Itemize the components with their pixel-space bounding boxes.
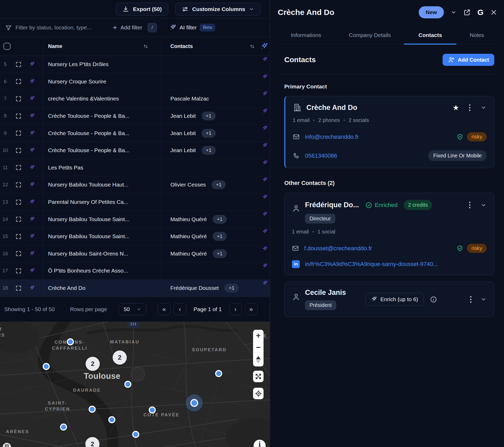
table-row[interactable]: 6 Nursery Croque Sourire [0,73,270,91]
map-fullscreen-button[interactable] [253,371,264,382]
chevron-down-icon[interactable] [480,202,487,208]
next-page-button[interactable]: › [229,303,242,315]
tab-contacts[interactable]: Contacts [417,28,444,44]
contact-linkedin-link[interactable]: in/fr%C3%A9d%C3%A9rique-sarny-dousset-97… [305,261,438,268]
sort-contacts-icon[interactable] [249,44,255,49]
info-icon[interactable] [430,296,437,303]
chevron-down-icon[interactable] [480,104,487,111]
row-enrich-sparkle-icon[interactable] [262,211,268,217]
expand-row-icon[interactable] [15,285,22,291]
expand-row-icon[interactable] [15,95,22,102]
expand-row-icon[interactable] [15,233,22,240]
row-enrich-sparkle-icon[interactable] [262,74,268,80]
map-locate-button[interactable] [253,388,264,399]
table-row[interactable]: 14 Nursery Babilou Toulouse Saint... Mat… [0,211,270,228]
map-marker[interactable] [108,416,116,423]
tab-notes[interactable]: Notes [468,28,486,44]
kebab-menu-icon[interactable] [469,295,472,304]
add-filter-button[interactable]: Add filter [112,24,142,31]
map-marker[interactable] [43,363,50,370]
ai-column-sparkle-icon[interactable] [260,42,268,50]
last-page-button[interactable]: » [245,303,258,315]
select-all-checkbox[interactable] [3,43,10,50]
map-marker[interactable] [149,406,156,413]
customize-columns-button[interactable]: Customize Columns [175,3,261,16]
expand-row-icon[interactable] [15,268,22,274]
expand-row-icon[interactable] [15,182,22,188]
expand-row-icon[interactable] [15,199,22,205]
kebab-menu-icon[interactable] [468,201,471,209]
add-contact-button[interactable]: Add Contact [443,54,494,66]
column-header-name[interactable]: Name [48,43,62,49]
table-row[interactable]: 7 creche Valentins &Valentines Pascale M… [0,90,270,108]
table-row[interactable]: 8 Crèche Toulouse - People & Ba... Jean … [0,108,270,125]
compass-button[interactable] [253,353,264,366]
table-row[interactable]: 10 Crèche Toulouse - People & Ba... Jean… [0,142,270,159]
map-cluster-marker[interactable]: 2 [113,350,127,365]
expand-row-icon[interactable] [15,61,22,68]
map-marker[interactable] [215,370,222,377]
kebab-menu-icon[interactable] [468,103,471,112]
primary-email-link[interactable]: info@crecheanddo.fr [305,134,359,140]
map-cluster-marker[interactable]: 2 [86,357,100,371]
export-button[interactable]: Export (50) [116,3,168,16]
first-page-button[interactable]: « [158,303,170,315]
row-enrich-sparkle-icon[interactable] [262,91,268,97]
filter-input[interactable] [15,24,107,31]
row-enrich-sparkle-icon[interactable] [262,263,268,269]
expand-row-icon[interactable] [15,216,22,222]
expand-row-icon[interactable] [15,130,22,136]
rows-per-page-select[interactable]: 50 [119,303,146,315]
tab-company-details[interactable]: Company Details [347,28,392,44]
map-selected-marker[interactable] [186,395,203,411]
primary-contact-card[interactable]: Crèche And Do ★ 1 email 2 phones 2 socia… [284,96,494,168]
row-enrich-sparkle-icon[interactable] [262,280,268,286]
map-drag-handle[interactable] [127,322,139,328]
chevron-down-icon[interactable] [480,296,487,302]
row-enrich-sparkle-icon[interactable] [262,160,268,166]
table-row[interactable]: 12 Nursery Babilou Toulouse Haut... Oliv… [0,176,270,194]
expand-row-icon[interactable] [15,78,22,85]
expand-row-icon[interactable] [15,164,22,171]
status-new-button[interactable]: New [419,6,444,18]
map-marker[interactable] [132,431,139,438]
row-enrich-sparkle-icon[interactable] [262,108,268,114]
row-enrich-sparkle-icon[interactable] [262,143,268,148]
map[interactable]: TRSCOMPANS- CAFFARELLIMATABIAUSOUPETARDT… [0,322,270,447]
table-row[interactable]: 17 Ô P'tits Bonheurs Crèche Asso... [0,262,270,280]
map-marker[interactable] [88,406,96,413]
status-chevron-icon[interactable] [451,9,456,15]
row-enrich-sparkle-icon[interactable] [262,57,268,62]
table-row[interactable]: 16 Nursery Babilou Saint-Orens N... Math… [0,245,270,263]
table-row[interactable]: 9 Crèche Toulouse - People & Ba... Jean … [0,125,270,142]
row-enrich-sparkle-icon[interactable] [262,246,268,252]
expand-row-icon[interactable] [15,113,22,119]
contact-card[interactable]: Cecile Janis Président Enrich (up to 6) [284,281,494,317]
row-enrich-sparkle-icon[interactable] [262,229,268,235]
table-row[interactable]: 5 Nursery Les P'tits Drôles [0,56,270,73]
table-row[interactable]: 15 Nursery Babilou Toulouse Saint... Mat… [0,228,270,245]
table-row[interactable]: 18 Crèche And Do Frédérique Dousset +1 [0,280,270,297]
close-panel-icon[interactable] [490,9,497,16]
google-icon[interactable]: G [477,8,484,17]
contact-card[interactable]: Frédérique Do... Enriched 2 credits Dire… [284,193,494,275]
ai-filter-button[interactable]: AI filter Beta [170,24,215,31]
contact-email-link[interactable]: f.dousset@crecheanddo.fr [304,245,372,252]
column-header-contacts[interactable]: Contacts [170,43,193,49]
prev-page-button[interactable]: ‹ [174,303,186,315]
map-marker[interactable] [60,423,67,430]
row-enrich-sparkle-icon[interactable] [262,177,268,183]
table-row[interactable]: 11 Les Petits Pas [0,159,270,177]
expand-row-icon[interactable] [15,250,22,257]
row-enrich-sparkle-icon[interactable] [262,194,268,200]
zoom-in-button[interactable]: + [253,330,264,341]
map-marker[interactable] [67,338,74,345]
table-row[interactable]: 13 Parental Nursery Of Petites Ca... [0,194,270,211]
expand-row-icon[interactable] [15,147,22,154]
sort-name-icon[interactable] [143,44,149,49]
row-enrich-sparkle-icon[interactable] [262,125,268,131]
primary-phone-link[interactable]: 0561340066 [305,152,337,159]
open-external-icon[interactable] [463,9,471,16]
tab-informations[interactable]: Informations [289,28,323,44]
map-marker[interactable] [124,381,131,388]
